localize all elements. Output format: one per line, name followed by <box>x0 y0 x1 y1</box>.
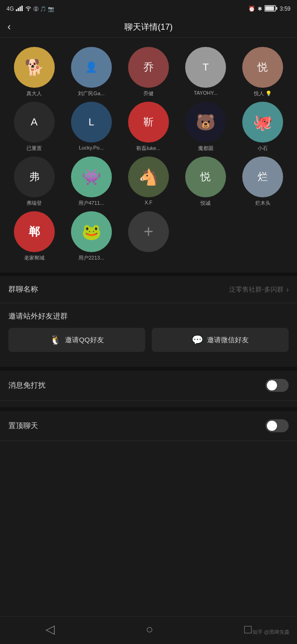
member-name: 乔健 <box>143 90 154 97</box>
svg-rect-1 <box>18 8 19 11</box>
invite-section: 邀请站外好友进群 🐧 邀请QQ好友 💬 邀请微信好友 <box>0 303 297 360</box>
pin-chat-toggle[interactable] <box>265 419 289 432</box>
member-item[interactable]: 🐻魔都圆 <box>179 102 232 152</box>
chevron-right-icon: › <box>286 286 289 294</box>
member-name: Lucky.Po... <box>79 145 104 150</box>
section-divider-2 <box>0 367 297 371</box>
network-indicator: 4G <box>6 6 14 12</box>
svg-rect-5 <box>276 7 278 10</box>
qq-icon: 🐧 <box>50 334 61 345</box>
pin-chat-toggle-thumb <box>267 421 277 431</box>
invite-wechat-label: 邀请微信好友 <box>207 336 249 345</box>
member-item[interactable]: 郸老家郸城 <box>7 211 61 261</box>
member-item[interactable]: 弗弗瑞登 <box>7 156 61 207</box>
battery-icon <box>265 5 278 13</box>
back-button[interactable]: ‹ <box>7 21 11 33</box>
member-name: X.F <box>144 200 152 205</box>
member-item[interactable]: 靳靳磊luke... <box>122 102 175 152</box>
pin-chat-label: 置顶聊天 <box>8 421 38 431</box>
bottom-navigation: ◁ ○ □ 知乎 @黑啤先森 <box>0 616 297 644</box>
invite-qq-label: 邀请QQ好友 <box>65 336 103 345</box>
pin-chat-row: 置顶聊天 <box>0 411 297 441</box>
member-name: 老家郸城 <box>24 254 45 261</box>
member-item[interactable]: 🐸用户2213... <box>65 211 118 261</box>
member-name: 用户2213... <box>78 254 104 261</box>
member-item[interactable]: 🐴X.F <box>122 156 175 207</box>
watermark: 知乎 @黑啤先森 <box>252 629 290 636</box>
bluetooth-icon: ✱ <box>258 6 262 12</box>
nav-home-button[interactable]: ○ <box>135 618 164 640</box>
wechat-icon: 💬 <box>192 334 203 345</box>
wifi-icon <box>25 6 32 13</box>
dnd-toggle[interactable] <box>265 379 289 392</box>
member-item[interactable]: TTAYOHY... <box>179 47 232 97</box>
svg-rect-6 <box>265 6 274 10</box>
member-name: TAYOHY... <box>194 90 218 96</box>
member-name: 刘广民Ga... <box>78 90 104 97</box>
member-name: 魔都圆 <box>198 145 213 152</box>
svg-rect-0 <box>16 9 17 11</box>
member-item[interactable]: 悦悦诚 <box>179 156 232 207</box>
status-right: ⏰ ✱ 3:59 <box>248 5 291 13</box>
section-divider <box>0 273 297 276</box>
add-member-item[interactable]: + <box>122 211 175 261</box>
member-item[interactable]: 乔乔健 <box>122 47 175 97</box>
member-item[interactable]: A已重置 <box>7 102 61 152</box>
dnd-row: 消息免打扰 <box>0 371 297 401</box>
member-item[interactable]: 👤刘广民Ga... <box>65 47 118 97</box>
time-display: 3:59 <box>280 6 291 12</box>
member-item[interactable]: 🐙小石 <box>236 102 290 152</box>
alarm-icon: ⏰ <box>248 6 255 12</box>
section-divider-3 <box>0 407 297 411</box>
invite-wechat-button[interactable]: 💬 邀请微信好友 <box>152 328 289 352</box>
member-item[interactable]: 🐕真大人 <box>7 47 61 97</box>
member-name: 小石 <box>258 145 268 152</box>
page-title: 聊天详情(17) <box>124 21 173 33</box>
group-name-label: 群聊名称 <box>8 285 38 294</box>
status-bar: 4G ⓖ 🎵 📷 ⏰ ✱ 3 <box>0 0 297 17</box>
settings-section: 群聊名称 泛零售社群-多闪群 › 邀请站外好友进群 🐧 邀请QQ好友 💬 邀请微… <box>0 276 297 441</box>
invite-title: 邀请站外好友进群 <box>8 312 68 321</box>
group-name-value: 泛零售社群-多闪群 › <box>229 286 289 294</box>
member-name: 烂木头 <box>255 200 271 207</box>
member-name: 真大人 <box>26 90 42 97</box>
member-item[interactable]: LLucky.Po... <box>65 102 118 152</box>
member-name: 悦人 💡 <box>254 90 272 97</box>
add-member-button[interactable]: + <box>128 211 169 252</box>
member-item[interactable]: 烂烂木头 <box>236 156 290 207</box>
invite-qq-button[interactable]: 🐧 邀请QQ好友 <box>8 328 145 352</box>
member-name: 弗瑞登 <box>26 200 42 207</box>
member-name: 靳磊luke... <box>136 145 160 152</box>
invite-buttons: 🐧 邀请QQ好友 💬 邀请微信好友 <box>8 328 289 352</box>
member-item[interactable]: 悦悦人 💡 <box>236 47 290 97</box>
member-name: 悦诚 <box>200 200 211 207</box>
member-name: 用户4711... <box>78 200 104 207</box>
svg-rect-3 <box>21 6 23 11</box>
status-left: 4G ⓖ 🎵 📷 <box>6 6 54 13</box>
member-item[interactable]: 👾用户4711... <box>65 156 118 207</box>
dnd-toggle-thumb <box>267 380 277 390</box>
members-grid: 🐕真大人👤刘广民Ga...乔乔健TTAYOHY...悦悦人 💡A已重置LLuck… <box>7 47 290 261</box>
extra-icons: ⓖ 🎵 📷 <box>33 6 54 13</box>
page-header: ‹ 聊天详情(17) <box>0 17 297 38</box>
members-section: 🐕真大人👤刘广民Ga...乔乔健TTAYOHY...悦悦人 💡A已重置LLuck… <box>0 38 297 266</box>
signal-icon <box>16 6 23 13</box>
member-name: 已重置 <box>26 145 42 152</box>
group-name-row[interactable]: 群聊名称 泛零售社群-多闪群 › <box>0 276 297 303</box>
nav-back-button[interactable]: ◁ <box>34 618 66 640</box>
dnd-label: 消息免打扰 <box>8 381 45 390</box>
svg-rect-2 <box>19 7 21 11</box>
